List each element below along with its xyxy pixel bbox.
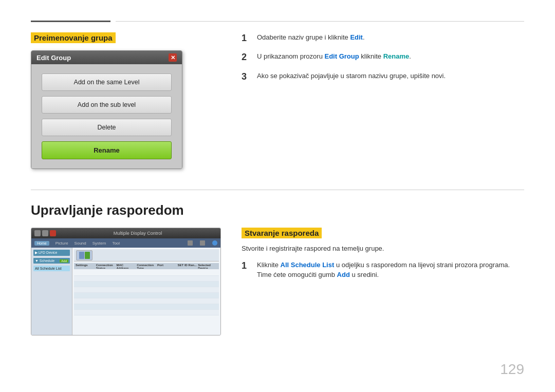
- page-number: 129: [500, 361, 524, 378]
- mock-table-header: Settings Connection Status MAC Address C…: [74, 263, 219, 269]
- step-1-number: 1: [242, 32, 251, 44]
- section1-title: Preimenovanje grupa: [31, 32, 116, 43]
- add-sub-level-button[interactable]: Add on the sub level: [42, 96, 172, 114]
- link-all-schedule-list: All Schedule List: [281, 261, 335, 269]
- mock-menu-bar: Home Picture Sound System Tool: [31, 238, 220, 248]
- mock-titlebar: Multiple Display Control: [31, 228, 220, 238]
- section2-description: Stvorite i registrirajte raspored na tem…: [242, 244, 524, 254]
- mock-menu-picture: Picture: [55, 241, 68, 246]
- mock-close2: [212, 240, 217, 246]
- divider-short: [31, 21, 110, 22]
- section2-step-1-number: 1: [242, 260, 251, 272]
- section2-main-title: Upravljanje rasporedom: [31, 202, 524, 218]
- mock-maximize-button: [42, 230, 48, 236]
- delete-button[interactable]: Delete: [42, 119, 172, 136]
- mock-tool-btn-1: [76, 250, 92, 260]
- mock-menu-system: System: [92, 241, 106, 246]
- section-divider: [31, 190, 524, 190]
- table-row: [74, 304, 219, 310]
- edit-group-dialog: Edit Group ✕ Add on the same Level Add o…: [31, 50, 182, 169]
- mock-title-text: Multiple Display Control: [58, 231, 217, 236]
- bottom-row: Multiple Display Control Home Picture So…: [31, 228, 524, 335]
- step-1: 1 Odaberite naziv grupe i kliknite Edit.: [242, 32, 524, 44]
- step-2-text: U prikazanom prozoru Edit Group kliknite…: [257, 51, 411, 62]
- mock-header-settings: Settings: [76, 264, 95, 269]
- page-container: Preimenovanje grupa Edit Group ✕ Add on …: [0, 0, 555, 392]
- mock-menu-home: Home: [34, 241, 49, 246]
- step-3-text: Ako se pokazivač pojavljuje u starom naz…: [257, 71, 446, 81]
- bottom-right-column: Stvaranje rasporeda Stvorite i registrir…: [242, 228, 524, 335]
- right-column-top: 1 Odaberite naziv grupe i kliknite Edit.…: [242, 32, 524, 169]
- left-column-top: Preimenovanje grupa Edit Group ✕ Add on …: [31, 32, 221, 169]
- section2-step-1: 1 Kliknite All Schedule List u odjeljku …: [242, 260, 524, 280]
- table-row: [74, 287, 219, 293]
- step-2: 2 U prikazanom prozoru Edit Group klikni…: [242, 51, 524, 63]
- mock-header-conn-type: Connection Type: [137, 264, 156, 269]
- mock-all-schedule-list: All Schedule List: [33, 266, 70, 271]
- divider-long: [116, 21, 524, 22]
- mock-header-mac: MAC Address: [116, 264, 136, 269]
- dialog-title-text: Edit Group: [36, 54, 71, 62]
- step-3-number: 3: [242, 71, 251, 83]
- top-content-row: Preimenovanje grupa Edit Group ✕ Add on …: [31, 32, 524, 169]
- mock-sidebar-group-device: ▶ LFD Device: [33, 250, 70, 256]
- mock-minimize-button: [34, 230, 41, 236]
- mock-menu-tool: Tool: [112, 241, 120, 246]
- table-row: [74, 270, 219, 276]
- section2-step-1-text: Kliknite All Schedule List u odjeljku s …: [257, 260, 524, 280]
- mock-menu-sound: Sound: [75, 241, 86, 246]
- table-row: [74, 276, 219, 282]
- mock-sidebar: ▶ LFD Device ▼ Schedule Add All Schedule…: [31, 248, 72, 335]
- dialog-titlebar: Edit Group ✕: [31, 51, 182, 64]
- add-same-level-button[interactable]: Add on the same Level: [42, 73, 172, 91]
- mock-body: ▶ LFD Device ▼ Schedule Add All Schedule…: [31, 248, 220, 335]
- rename-button[interactable]: Rename: [42, 141, 172, 159]
- mock-header-port: Port: [157, 264, 177, 269]
- mock-add-btn: Add: [60, 259, 68, 263]
- table-row: [74, 310, 219, 315]
- mock-main-area: Settings Connection Status MAC Address C…: [72, 248, 220, 335]
- mock-control-buttons: [34, 230, 56, 236]
- mock-max2: [200, 240, 205, 246]
- top-dividers: [31, 21, 524, 22]
- mock-close-button: [50, 230, 56, 236]
- step-1-text: Odaberite naziv grupe i kliknite Edit.: [257, 32, 365, 43]
- step-1-link-edit: Edit: [350, 33, 363, 41]
- table-row: [74, 298, 219, 304]
- step-2-number: 2: [242, 51, 251, 63]
- screenshot-mockup: Multiple Display Control Home Picture So…: [31, 228, 221, 335]
- table-row: [74, 282, 219, 287]
- mock-header-setid: SET ID Ran...: [178, 264, 197, 269]
- dialog-close-button[interactable]: ✕: [169, 53, 177, 62]
- mock-toolbar-area: [74, 249, 219, 262]
- mock-header-selected: Selected Device: [198, 264, 217, 269]
- step-2-link-rename: Rename: [383, 52, 410, 60]
- table-row: [74, 293, 219, 298]
- mock-header-conn-status: Connection Status: [96, 264, 116, 269]
- mock-sidebar-group-schedule: ▼ Schedule Add: [33, 258, 70, 264]
- section2-sub-title: Stvaranje rasporeda: [242, 228, 322, 238]
- mock-min2: [188, 240, 193, 246]
- link-add: Add: [337, 271, 350, 278]
- step-3: 3 Ako se pokazivač pojavljuje u starom n…: [242, 71, 524, 83]
- dialog-body: Add on the same Level Add on the sub lev…: [31, 64, 182, 169]
- step-2-link-editgroup: Edit Group: [325, 52, 359, 60]
